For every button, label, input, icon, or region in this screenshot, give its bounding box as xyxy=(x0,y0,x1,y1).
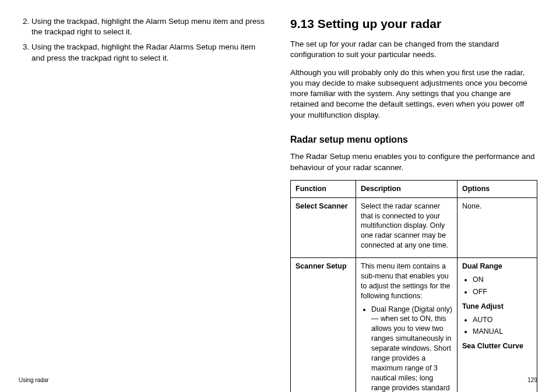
instruction-list: Using the trackpad, highlight the Alarm … xyxy=(19,16,266,63)
page-container: Using the trackpad, highlight the Alarm … xyxy=(0,0,556,392)
section-heading: 9.13 Setting up your radar xyxy=(290,16,537,31)
function-label: Scanner Setup xyxy=(295,262,347,270)
right-column: 9.13 Setting up your radar The set up fo… xyxy=(288,16,537,392)
option-group-items: ON OFF xyxy=(462,275,532,297)
instruction-step: Using the trackpad, highlight the Radar … xyxy=(31,42,266,63)
footer-page-number: 129 xyxy=(527,376,537,384)
option-group-items: AUTO MANUAL xyxy=(462,315,532,337)
option-group-label: Tune Adjust xyxy=(462,302,532,312)
cell-description: This menu item contains a sub-menu that … xyxy=(356,258,458,393)
footer-section-label: Using radar xyxy=(19,376,49,384)
table-row: Select Scanner Select the radar scanner … xyxy=(291,197,537,257)
option-item: OFF xyxy=(473,287,532,297)
intro-paragraph-1: The set up for your radar can be changed… xyxy=(290,39,537,60)
options-table: Function Description Options Select Scan… xyxy=(290,180,537,392)
cell-options: None. xyxy=(458,197,537,257)
th-function: Function xyxy=(291,180,356,197)
table-header-row: Function Description Options xyxy=(291,180,537,197)
option-item: AUTO xyxy=(473,315,532,325)
instruction-step: Using the trackpad, highlight the Alarm … xyxy=(31,16,266,37)
option-group-label: Sea Clutter Curve xyxy=(462,341,532,351)
th-description: Description xyxy=(356,180,458,197)
left-column: Using the trackpad, highlight the Alarm … xyxy=(19,16,268,392)
function-label: Select Scanner xyxy=(295,202,348,210)
option-item: ON xyxy=(473,275,532,285)
subsection-heading: Radar setup menu options xyxy=(290,133,537,146)
th-options: Options xyxy=(458,180,537,197)
cell-function: Select Scanner xyxy=(291,197,356,257)
option-group-label: Dual Range xyxy=(462,262,532,271)
table-row: Scanner Setup This menu item contains a … xyxy=(291,258,537,393)
cell-function: Scanner Setup xyxy=(291,258,356,393)
cell-description: Select the radar scanner that is connect… xyxy=(356,197,458,257)
options-plain: None. xyxy=(462,202,481,210)
page-footer: Using radar 129 xyxy=(19,376,537,384)
intro-paragraph-2: Although you will probably only do this … xyxy=(290,68,537,121)
option-item: MANUAL xyxy=(473,327,532,337)
subsection-paragraph: The Radar Setup menu enables you to conf… xyxy=(290,151,537,172)
description-text: This menu item contains a sub-menu that … xyxy=(361,262,452,301)
cell-options: Dual Range ON OFF Tune Adjust AUTO MANUA… xyxy=(458,258,537,393)
description-text: Select the radar scanner that is connect… xyxy=(361,202,452,250)
